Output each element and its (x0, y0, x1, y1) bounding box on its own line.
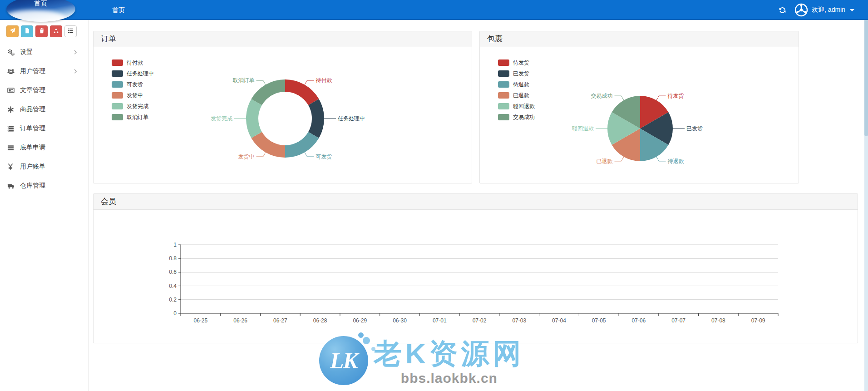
axis-tick-label: 0.2 (169, 297, 177, 303)
legend-swatch (112, 103, 123, 109)
legend-item[interactable]: 驳回退款 (498, 101, 535, 112)
site-watermark: LK 老K资源网 bbs.laokbk.cn (319, 336, 525, 386)
legend-item[interactable]: 交易成功 (498, 112, 535, 123)
paper-plane-button[interactable] (6, 25, 19, 37)
user-menu[interactable]: 欢迎, admin (794, 3, 854, 17)
legend-item[interactable]: 待发货 (498, 57, 535, 68)
legend-label: 已退款 (513, 92, 529, 99)
yen-icon (7, 163, 15, 170)
refresh-icon (779, 6, 786, 14)
axis-tick-label: 07-07 (671, 317, 686, 324)
sidebar-item-server[interactable]: 订单管理 (0, 119, 89, 138)
logo-text: 首页 (6, 0, 75, 8)
sidebar-item-label: 仓库管理 (20, 182, 45, 190)
watermark-title: 老K资源网 (374, 339, 525, 369)
chevron-right-icon (73, 49, 80, 55)
watermark-logo: LK (319, 336, 368, 385)
welcome-text: 欢迎, admin (812, 6, 845, 14)
members-panel: 会员 00.20.40.60.8106-2506-2606-2706-2806-… (93, 193, 858, 343)
quick-toolbar (6, 25, 77, 37)
pie-label: 已发货 (686, 125, 703, 132)
paper-plane-icon (10, 28, 15, 35)
legend-item[interactable]: 任务处理中 (112, 68, 154, 79)
pie-label: 取消订单 (233, 77, 255, 84)
sidebar-item-users[interactable]: 用户管理 (0, 62, 89, 81)
legend-swatch (498, 103, 509, 109)
trash-button[interactable] (35, 25, 48, 37)
legend-label: 已发货 (513, 70, 529, 78)
pie-slice[interactable] (252, 79, 285, 105)
asterisk-icon (7, 106, 15, 113)
orders-panel-body: 待付款任务处理中可发货发货中发货完成取消订单 待付款任务处理中可发货发货中发货完… (94, 47, 472, 183)
legend-item[interactable]: 待退款 (498, 79, 535, 90)
server-icon (7, 125, 15, 132)
pie-slice[interactable] (252, 132, 285, 158)
axis-tick-label: 07-04 (552, 317, 566, 324)
legend-label: 交易成功 (513, 114, 535, 121)
legend-label: 取消订单 (127, 114, 148, 121)
site-logo[interactable]: 首页 (6, 0, 75, 22)
scrollbar-thumb[interactable] (864, 0, 868, 136)
sidebar-item-gears[interactable]: 设置 (0, 43, 89, 62)
file-button[interactable] (21, 25, 33, 37)
list-icon (68, 28, 74, 35)
axis-tick-label: 07-02 (473, 317, 487, 324)
legend-item[interactable]: 已退款 (498, 90, 535, 101)
legend-swatch (498, 59, 509, 66)
legend-swatch (498, 70, 509, 77)
members-line-chart: 00.20.40.60.8106-2506-2606-2706-2806-290… (94, 210, 858, 343)
legend-item[interactable]: 发货完成 (112, 101, 154, 112)
sidebar-menu: 设置用户管理文章管理商品管理订单管理底单申请用户账单仓库管理 (0, 43, 89, 195)
legend-item[interactable]: 发货中 (112, 90, 154, 101)
legend-item[interactable]: 可发货 (112, 79, 154, 90)
orders-legend: 待付款任务处理中可发货发货中发货完成取消订单 (112, 57, 154, 123)
members-panel-title: 会员 (101, 197, 116, 206)
pie-slice[interactable] (285, 132, 319, 158)
vertical-scrollbar[interactable] (864, 0, 868, 391)
legend-swatch (112, 92, 123, 99)
axis-tick-label: 06-26 (233, 317, 247, 324)
axis-tick-label: 06-30 (393, 317, 407, 324)
refresh-button[interactable] (779, 6, 786, 14)
legend-item[interactable]: 取消订单 (112, 112, 154, 123)
legend-label: 发货完成 (127, 103, 148, 110)
recycle-icon (53, 28, 59, 35)
orders-panel-title: 订单 (101, 35, 116, 43)
pie-slice[interactable] (246, 99, 262, 138)
pie-label: 驳回退款 (572, 125, 594, 132)
list-button[interactable] (64, 25, 77, 37)
pie-label-line (305, 80, 314, 85)
pie-slice[interactable] (285, 79, 319, 105)
axis-tick-label: 1 (173, 242, 177, 248)
sidebar-item-asterisk[interactable]: 商品管理 (0, 100, 89, 119)
truck-icon (7, 183, 15, 189)
gears-icon (7, 49, 15, 56)
axis-tick-label: 07-09 (751, 317, 765, 324)
recycle-button[interactable] (50, 25, 62, 37)
sidebar-item-bars[interactable]: 底单申请 (0, 138, 89, 157)
sidebar-item-yen[interactable]: 用户账单 (0, 157, 89, 176)
legend-swatch (112, 81, 123, 88)
legend-item[interactable]: 待付款 (112, 57, 154, 68)
members-panel-body: 00.20.40.60.8106-2506-2606-2706-2806-290… (94, 210, 858, 343)
legend-label: 待退款 (513, 81, 529, 89)
packages-panel-body: 待发货已发货待退款已退款驳回退款交易成功 待发货已发货待退款已退款驳回退款交易成… (480, 47, 799, 183)
legend-label: 发货中 (127, 92, 143, 99)
pie-slice[interactable] (308, 99, 324, 138)
sidebar-item-label: 订单管理 (20, 124, 45, 133)
sidebar-item-label: 用户账单 (20, 163, 45, 171)
users-icon (7, 68, 15, 75)
sidebar-item-label: 文章管理 (20, 86, 45, 94)
sidebar-item-newspaper[interactable]: 文章管理 (0, 81, 89, 100)
axis-tick-label: 06-25 (194, 317, 208, 324)
orders-panel-header: 订单 (94, 31, 472, 47)
nav-tab-home[interactable]: 首页 (106, 0, 131, 20)
caret-down-icon (850, 9, 854, 11)
legend-item[interactable]: 已发货 (498, 68, 535, 79)
axis-tick-label: 0.8 (169, 255, 177, 262)
pie-label: 待发货 (668, 93, 684, 99)
sidebar-item-truck[interactable]: 仓库管理 (0, 176, 89, 195)
pie-label-line (256, 152, 266, 157)
legend-swatch (498, 92, 509, 99)
watermark-badge-text: LK (330, 347, 357, 374)
